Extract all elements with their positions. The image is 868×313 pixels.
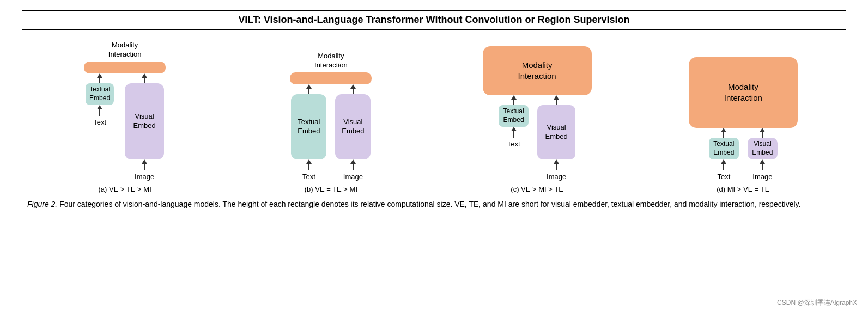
diagram-d-te-arrow-down — [721, 159, 726, 170]
watermark: CSDN @深圳季连AlgraphX — [777, 298, 857, 308]
diagram-a-caption: (a) VE > TE > MI — [98, 185, 151, 193]
diagram-a-te-col: TextualEmbed Text — [86, 73, 114, 126]
diagram-c: ModalityInteraction TextualEmbed Text — [439, 46, 635, 193]
title-bar: ViLT: Vision-and-Language Transformer Wi… — [22, 10, 846, 30]
diagram-d-te-arrow-up — [721, 128, 726, 138]
diagram-a-ve-arrow-up — [142, 73, 147, 83]
diagram-d-image-label: Image — [752, 173, 772, 181]
diagram-b-top: ModalityInteraction — [290, 52, 372, 84]
diagram-a-ve-col: VisualEmbed Image — [125, 73, 164, 181]
diagram-b-te-col: TextualEmbed Text — [291, 84, 326, 181]
diagram-b-ve-arrow-down — [350, 159, 356, 170]
diagram-c-text-label: Text — [507, 140, 520, 148]
diagram-b-te-box: TextualEmbed — [291, 94, 326, 159]
diagram-c-ve-box: VisualEmbed — [537, 105, 575, 159]
diagram-a: ModalityInteraction TextualEmbed Tex — [27, 41, 223, 193]
diagram-a-mi-label: ModalityInteraction — [108, 41, 142, 59]
diagram-d-ve-arrow-up — [760, 128, 765, 138]
diagram-b-caption: (b) VE = TE > MI — [305, 185, 357, 193]
diagram-a-mi-box — [84, 62, 166, 73]
diagram-c-te-col: TextualEmbed Text — [499, 95, 529, 148]
diagram-d-te-col: TextualEmbed Text — [709, 128, 739, 181]
diagrams-row: ModalityInteraction TextualEmbed Tex — [22, 41, 846, 193]
diagram-b-mi-box — [290, 72, 372, 84]
diagram-c-caption: (c) VE > MI > TE — [511, 185, 563, 193]
diagram-c-te-box: TextualEmbed — [499, 105, 529, 127]
diagram-d-te-box: TextualEmbed — [709, 138, 739, 159]
diagram-c-top: ModalityInteraction — [483, 46, 592, 95]
diagram-d-caption: (d) MI > VE = TE — [717, 185, 769, 193]
diagram-d: ModalityInteraction TextualEmbed Text — [645, 57, 841, 193]
figure-caption-text: Four categories of vision-and-language m… — [57, 200, 800, 208]
diagram-b-text-label: Text — [302, 173, 315, 181]
diagram-a-te-arrow-down — [97, 105, 102, 116]
diagram-c-mi-box: ModalityInteraction — [483, 46, 592, 95]
diagram-a-ve-box: VisualEmbed — [125, 83, 164, 159]
diagram-b-ve-box: VisualEmbed — [335, 94, 371, 159]
diagram-c-ve-col: VisualEmbed Image — [537, 95, 575, 181]
diagram-a-image-label: Image — [135, 173, 154, 181]
diagram-c-te-arrow-up — [511, 95, 517, 105]
diagram-b-ve-arrow-up — [350, 84, 356, 94]
diagram-c-ve-arrow-up — [554, 95, 559, 105]
diagram-b-image-label: Image — [343, 173, 363, 181]
page-container: ViLT: Vision-and-Language Transformer Wi… — [0, 0, 868, 313]
figure-label: Figure 2. — [27, 200, 57, 208]
diagram-b-mi-label: ModalityInteraction — [314, 52, 348, 70]
diagram-c-image-label: Image — [547, 173, 566, 181]
page-title: ViLT: Vision-and-Language Transformer Wi… — [22, 14, 846, 26]
figure-caption: Figure 2. Four categories of vision-and-… — [22, 199, 846, 210]
diagram-c-te-arrow-down — [511, 127, 517, 138]
diagram-b: ModalityInteraction TextualEmbed Text — [233, 52, 429, 193]
diagram-d-top: ModalityInteraction — [689, 57, 798, 128]
diagram-d-ve-box: VisualEmbed — [748, 138, 778, 159]
diagram-d-text-label: Text — [717, 173, 730, 181]
diagram-a-te-box: TextualEmbed — [86, 83, 114, 105]
diagram-a-ve-arrow-down — [142, 159, 147, 170]
diagram-a-text-label: Text — [93, 118, 106, 126]
diagram-b-te-arrow-up — [306, 84, 312, 94]
diagram-a-top: ModalityInteraction — [84, 41, 166, 73]
diagram-a-te-arrow-up — [97, 73, 102, 83]
diagram-c-ve-arrow-down — [554, 159, 559, 170]
diagram-d-mi-box: ModalityInteraction — [689, 57, 798, 128]
diagram-d-ve-col: VisualEmbed Image — [748, 128, 778, 181]
diagram-b-ve-col: VisualEmbed Image — [335, 84, 371, 181]
diagram-d-ve-arrow-down — [760, 159, 765, 170]
diagram-b-te-arrow-down — [306, 159, 312, 170]
